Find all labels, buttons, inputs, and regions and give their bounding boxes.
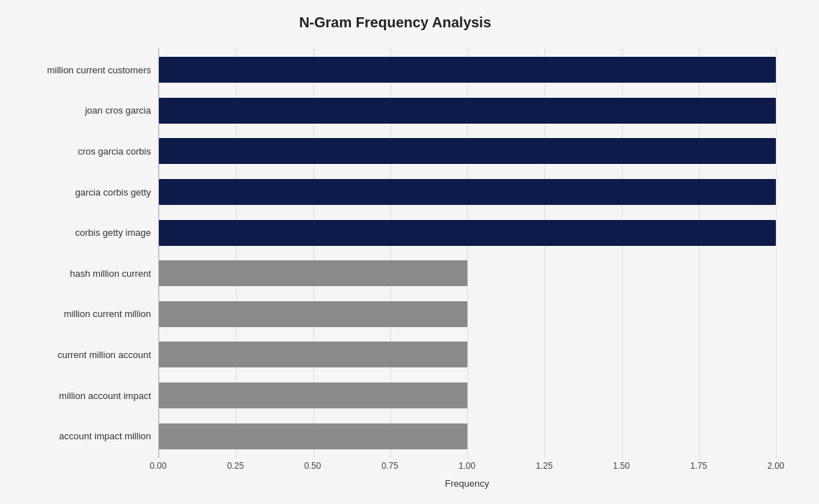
y-label: million account impact (59, 375, 151, 416)
chart-title: N-Gram Frequency Analysis (14, 14, 776, 31)
x-tick-5: 1.25 (536, 461, 552, 471)
bar-8 (159, 382, 467, 408)
bar-4 (159, 220, 776, 246)
y-label: current million account (58, 334, 151, 375)
y-label: million current million (64, 294, 151, 335)
x-tick-1: 0.25 (227, 461, 244, 471)
y-label: garcia corbis getty (76, 172, 152, 213)
bar-2 (159, 138, 776, 164)
x-tick-2: 0.50 (304, 461, 321, 471)
x-axis-ticks: 0.000.250.500.751.001.251.501.752.00 (158, 458, 776, 475)
x-tick-6: 1.50 (613, 461, 630, 471)
bar-row (159, 294, 776, 335)
chart-container: N-Gram Frequency Analysismillion current… (0, 0, 819, 504)
y-label: account impact million (59, 416, 151, 457)
bar-row (159, 91, 776, 132)
bar-row (159, 212, 776, 253)
bars-column (158, 48, 776, 458)
y-label: hash million current (70, 253, 151, 294)
x-tick-0: 0.00 (150, 461, 166, 471)
grid-line (776, 48, 777, 458)
y-label: million current customers (47, 50, 152, 91)
y-axis: million current customersjoan cros garci… (14, 48, 158, 458)
bar-row (159, 50, 776, 91)
bar-row (159, 131, 776, 172)
bar-0 (159, 57, 776, 83)
x-tick-3: 0.75 (381, 461, 398, 471)
x-tick-7: 1.75 (690, 461, 707, 471)
bar-1 (159, 98, 776, 124)
chart-area: million current customersjoan cros garci… (14, 48, 776, 458)
bar-row (159, 375, 776, 416)
bar-row (159, 172, 776, 213)
x-axis-label: Frequency (158, 478, 776, 489)
bar-row (159, 334, 776, 375)
bar-6 (159, 301, 467, 327)
bar-3 (159, 179, 776, 205)
x-tick-8: 2.00 (767, 461, 784, 471)
y-label: corbis getty image (76, 212, 152, 253)
y-label: joan cros garcia (85, 91, 151, 132)
y-label: cros garcia corbis (78, 131, 151, 172)
bar-5 (159, 260, 467, 286)
x-tick-4: 1.00 (459, 461, 475, 471)
bar-row (159, 416, 776, 457)
bar-row (159, 253, 776, 294)
bar-9 (159, 423, 467, 449)
bar-7 (159, 342, 467, 367)
